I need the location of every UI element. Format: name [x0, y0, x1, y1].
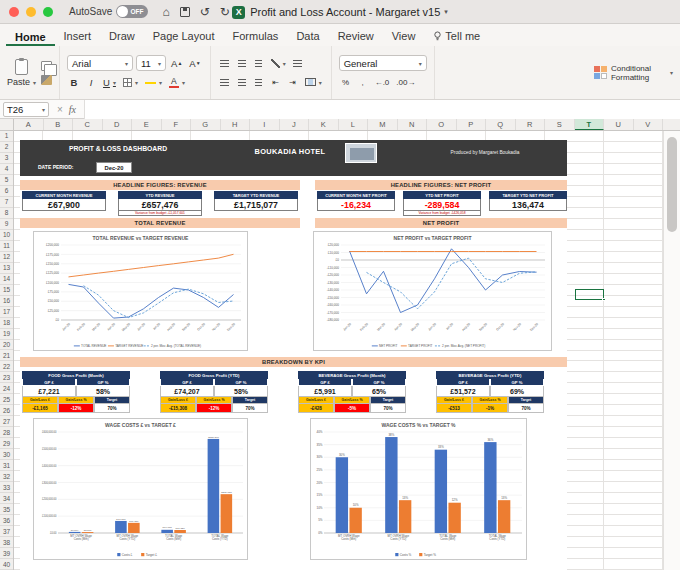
decrease-indent-button[interactable]: ⇤ — [269, 75, 283, 90]
column-header-Q[interactable]: Q — [486, 119, 516, 130]
home-icon[interactable]: ⌂ — [162, 6, 169, 18]
headline-card-value[interactable]: £1,715,077 — [214, 199, 298, 211]
format-painter-button[interactable] — [41, 75, 52, 85]
name-box[interactable]: T26▾ — [3, 102, 49, 117]
column-header-A[interactable]: A — [14, 119, 44, 130]
row-header-28[interactable]: 28 — [0, 427, 13, 438]
column-header-G[interactable]: G — [191, 119, 221, 130]
fill-color-button[interactable]: ▾ — [143, 75, 164, 90]
align-middle-button[interactable] — [235, 75, 249, 90]
row-header-17[interactable]: 17 — [0, 307, 13, 318]
gain-currency-value[interactable]: -£15,308 — [160, 404, 196, 413]
borders-button[interactable]: ▾ — [121, 75, 140, 90]
tab-data[interactable]: Data — [287, 27, 328, 46]
headline-card-value[interactable]: £67,900 — [22, 199, 106, 211]
formula-input[interactable] — [84, 100, 680, 119]
fill-handle[interactable] — [602, 298, 606, 302]
row-header-16[interactable]: 16 — [0, 296, 13, 307]
headline-card-value[interactable]: -16,234 — [317, 199, 395, 211]
gp-pct-value[interactable]: 58% — [76, 386, 130, 397]
column-header-C[interactable]: C — [73, 119, 103, 130]
underline-button[interactable]: U▾ — [101, 75, 118, 90]
gain-pct-value[interactable]: -5% — [334, 404, 370, 413]
row-header-25[interactable]: 25 — [0, 394, 13, 405]
row-header-39[interactable]: 39 — [0, 548, 13, 559]
column-header-D[interactable]: D — [103, 119, 133, 130]
font-name-select[interactable]: Arial▾ — [67, 55, 133, 71]
row-header-40[interactable]: 40 — [0, 559, 13, 570]
target-value[interactable]: 70% — [370, 404, 406, 413]
column-header-I[interactable]: I — [250, 119, 280, 130]
row-header-21[interactable]: 21 — [0, 351, 13, 362]
column-header-J[interactable]: J — [280, 119, 310, 130]
tab-formulas[interactable]: Formulas — [224, 27, 288, 46]
gain-currency-value[interactable]: -£1,165 — [22, 404, 58, 413]
wrap-text-button[interactable] — [291, 56, 305, 71]
column-header-F[interactable]: F — [162, 119, 192, 130]
gp-currency-value[interactable]: £5,991 — [298, 386, 352, 397]
row-header-19[interactable]: 19 — [0, 329, 13, 340]
copy-button[interactable] — [41, 61, 52, 71]
row-header-5[interactable]: 5 — [0, 175, 13, 186]
merge-center-button[interactable]: ▾ — [303, 75, 324, 90]
target-value[interactable]: 70% — [94, 404, 130, 413]
column-header-L[interactable]: L — [339, 119, 369, 130]
tab-review[interactable]: Review — [329, 27, 383, 46]
column-header-N[interactable]: N — [398, 119, 428, 130]
row-header-36[interactable]: 36 — [0, 515, 13, 526]
conditional-formatting-button[interactable]: Conditional Formatting ▾ — [587, 46, 680, 99]
tab-draw[interactable]: Draw — [100, 27, 144, 46]
row-header-8[interactable]: 8 — [0, 208, 13, 219]
redo-icon[interactable]: ↻ — [220, 6, 230, 18]
row-header-31[interactable]: 31 — [0, 460, 13, 471]
column-header-R[interactable]: R — [516, 119, 546, 130]
row-header-27[interactable]: 27 — [0, 416, 13, 427]
gain-pct-value[interactable]: -12% — [58, 404, 94, 413]
target-value[interactable]: 70% — [232, 404, 268, 413]
column-header-P[interactable]: P — [457, 119, 487, 130]
column-header-K[interactable]: K — [309, 119, 339, 130]
headline-card-value[interactable]: -289,584 — [403, 199, 481, 211]
decrease-font-button[interactable]: A▼ — [187, 56, 202, 71]
row-header-37[interactable]: 37 — [0, 526, 13, 537]
row-header-22[interactable]: 22 — [0, 361, 13, 372]
cancel-icon[interactable]: × — [57, 104, 63, 115]
headline-card-value[interactable]: 136,474 — [489, 199, 567, 211]
italic-button[interactable]: I — [84, 75, 98, 90]
decrease-decimal-button[interactable]: .00→ — [394, 75, 417, 90]
row-header-13[interactable]: 13 — [0, 263, 13, 274]
font-size-select[interactable]: 11▾ — [136, 55, 166, 71]
autosave-toggle[interactable]: OFF — [116, 5, 148, 18]
tab-view[interactable]: View — [383, 27, 425, 46]
column-header-H[interactable]: H — [221, 119, 251, 130]
tab-page-layout[interactable]: Page Layout — [144, 27, 224, 46]
row-header-11[interactable]: 11 — [0, 241, 13, 252]
row-header-14[interactable]: 14 — [0, 274, 13, 285]
gp-currency-value[interactable]: £7,221 — [22, 386, 76, 397]
row-header-33[interactable]: 33 — [0, 482, 13, 493]
row-header-1[interactable]: 1 — [0, 131, 13, 142]
orientation-button[interactable]: ▾ — [269, 56, 288, 71]
wage-costs-pct-chart-object[interactable]: WAGE COSTS % vs TARGET %0%5%10%15%20%25%… — [310, 418, 527, 560]
fx-icon[interactable]: fx — [69, 104, 76, 115]
tab-tell-me[interactable]: Tell me — [424, 27, 489, 46]
align-top-button[interactable] — [218, 75, 232, 90]
wage-costs-gbp-chart-object[interactable]: WAGE COSTS £ vs TARGET ££0.00£100,000.00… — [33, 418, 248, 560]
number-format-select[interactable]: General▾ — [339, 55, 427, 71]
row-header-3[interactable]: 3 — [0, 153, 13, 164]
comma-style-button[interactable]: , — [356, 75, 370, 90]
title-chevron-down-icon[interactable]: ▾ — [444, 8, 448, 16]
row-header-10[interactable]: 10 — [0, 230, 13, 241]
row-header-30[interactable]: 30 — [0, 449, 13, 460]
row-header-34[interactable]: 34 — [0, 493, 13, 504]
tab-home[interactable]: Home — [6, 28, 55, 47]
row-header-26[interactable]: 26 — [0, 405, 13, 416]
row-header-9[interactable]: 9 — [0, 219, 13, 230]
gain-pct-value[interactable]: -1% — [472, 404, 508, 413]
tab-insert[interactable]: Insert — [55, 27, 101, 46]
align-right-button[interactable] — [252, 56, 266, 71]
gp-pct-value[interactable]: 69% — [490, 386, 544, 397]
align-center-button[interactable] — [235, 56, 249, 71]
row-header-18[interactable]: 18 — [0, 318, 13, 329]
headline-card-value[interactable]: £657,476 — [118, 199, 202, 211]
